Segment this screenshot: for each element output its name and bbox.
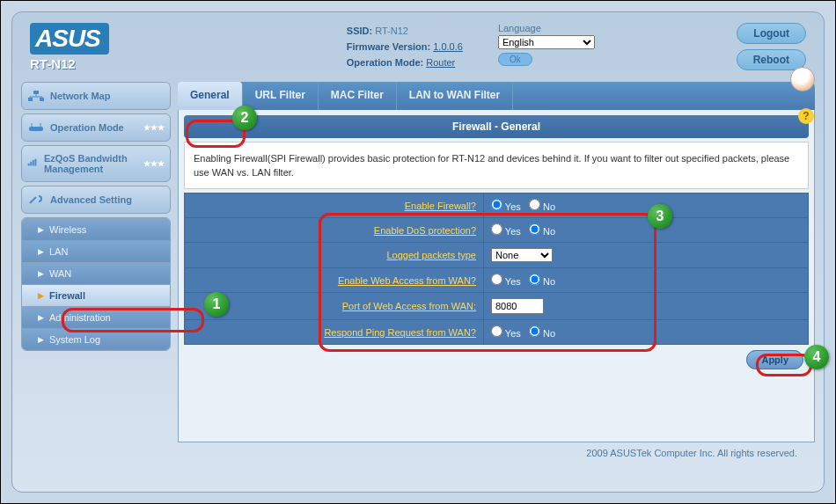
panel-title: Firewall - General	[184, 115, 809, 138]
tab-lan-wan-filter[interactable]: LAN to WAN Filter	[397, 82, 513, 110]
sidebar-item-system-log[interactable]: ▶System Log	[22, 328, 170, 350]
svg-rect-5	[30, 162, 32, 166]
row-port-wan-label: Port of Web Access from WAN:	[185, 293, 484, 320]
enable-dos-yes[interactable]: Yes	[491, 226, 521, 237]
row-enable-dos-label: Enable DoS protection?	[185, 218, 484, 243]
sidebar-item-firewall[interactable]: ▶Firewall	[22, 284, 170, 306]
svg-rect-0	[33, 91, 39, 94]
help-icon[interactable]: ?	[798, 108, 814, 124]
triangle-icon: ▶	[38, 335, 44, 344]
language-label: Language	[498, 23, 541, 33]
ping-wan-yes[interactable]: Yes	[491, 328, 521, 339]
network-map-icon	[27, 90, 45, 102]
sidebar-item-lan[interactable]: ▶LAN	[22, 240, 170, 262]
stars-icon: ★★★	[143, 123, 165, 132]
enable-firewall-yes[interactable]: Yes	[491, 201, 521, 212]
row-enable-firewall-label: Enable Firewall?	[185, 194, 484, 218]
reboot-button[interactable]: Reboot	[737, 49, 806, 70]
svg-rect-1	[28, 98, 33, 101]
sidebar-item-administration[interactable]: ▶Administration	[22, 306, 170, 328]
svg-rect-7	[34, 159, 36, 166]
sidebar-item-wireless[interactable]: ▶Wireless	[22, 218, 170, 240]
row-logged-label: Logged packets type	[185, 243, 484, 268]
tab-mac-filter[interactable]: MAC Filter	[319, 82, 397, 110]
router-icon	[27, 121, 45, 134]
logout-button[interactable]: Logout	[737, 23, 806, 44]
header-info: SSID: RT-N12 Firmware Version: 1.0.0.6 O…	[347, 23, 463, 70]
row-web-wan-label: Enable Web Access from WAN?	[185, 268, 484, 293]
brand-logo: ASUS	[30, 23, 109, 55]
enable-dos-no[interactable]: No	[529, 226, 555, 237]
apply-button[interactable]: Apply	[746, 350, 803, 369]
sidebar-item-operation-mode[interactable]: Operation Mode ★★★	[21, 113, 171, 142]
triangle-icon: ▶	[38, 313, 44, 322]
sidebar-item-advanced[interactable]: Advanced Setting	[21, 186, 171, 214]
logged-packets-select[interactable]: None	[491, 248, 553, 262]
triangle-icon: ▶	[38, 247, 44, 256]
sidebar-item-wan[interactable]: ▶WAN	[22, 262, 170, 284]
triangle-icon: ▶	[38, 291, 44, 300]
avatar-icon	[790, 67, 815, 91]
settings-table: Enable Firewall? Yes No Enable DoS prote…	[184, 193, 809, 345]
panel-description: Enabling Firewall(SPI Firewall) provides…	[184, 142, 809, 189]
stars-icon: ★★★	[143, 159, 165, 168]
language-ok-button[interactable]: Ok	[498, 53, 532, 66]
bars-icon	[27, 157, 39, 170]
sidebar-item-ezqos[interactable]: EzQoS Bandwidth Management ★★★	[21, 145, 171, 182]
model-label: RT-N12	[30, 56, 109, 71]
tab-general[interactable]: General	[178, 82, 243, 110]
triangle-icon: ▶	[38, 269, 44, 278]
svg-rect-4	[28, 164, 30, 166]
triangle-icon: ▶	[38, 225, 44, 234]
svg-rect-2	[40, 98, 44, 101]
sidebar-item-network-map[interactable]: Network Map	[21, 82, 171, 110]
svg-rect-3	[29, 127, 43, 131]
sidebar: Network Map Operation Mode ★★★ EzQoS Ban…	[21, 82, 171, 442]
firmware-link[interactable]: 1.0.0.6	[433, 41, 463, 52]
language-select[interactable]: English	[498, 35, 595, 49]
ping-wan-no[interactable]: No	[529, 328, 555, 339]
opmode-link[interactable]: Router	[426, 57, 455, 68]
enable-firewall-no[interactable]: No	[529, 201, 555, 212]
svg-rect-6	[33, 160, 34, 165]
footer-copyright: 2009 ASUSTek Computer Inc. All rights re…	[21, 442, 815, 458]
web-wan-yes[interactable]: Yes	[491, 276, 521, 287]
web-wan-no[interactable]: No	[529, 276, 555, 287]
tab-bar: General URL Filter MAC Filter LAN to WAN…	[178, 82, 815, 110]
tools-icon	[27, 194, 45, 206]
port-wan-input[interactable]	[491, 298, 544, 314]
tab-url-filter[interactable]: URL Filter	[243, 82, 319, 110]
row-ping-wan-label: Respond Ping Request from WAN?	[185, 320, 484, 345]
